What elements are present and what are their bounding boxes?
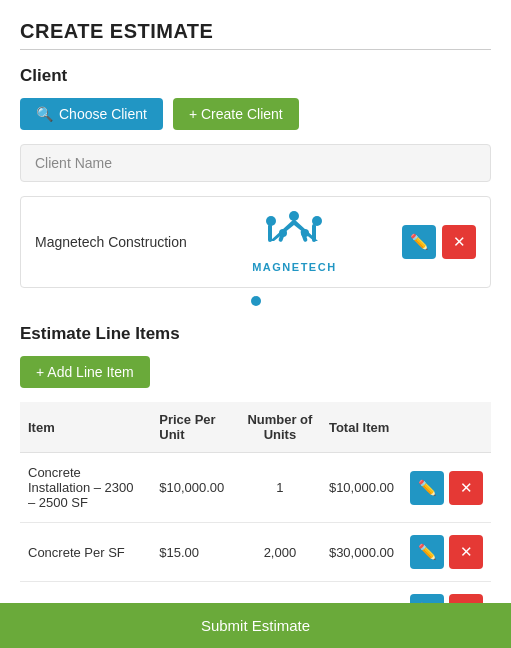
carousel-dot bbox=[251, 296, 261, 306]
submit-estimate-button[interactable]: Submit Estimate bbox=[14, 617, 497, 634]
add-line-item-label: + Add Line Item bbox=[36, 364, 134, 380]
create-client-label: + Create Client bbox=[189, 106, 283, 122]
line-items-section: Estimate Line Items + Add Line Item Item… bbox=[20, 324, 491, 641]
col-actions bbox=[402, 402, 491, 453]
col-number-of-units: Number of Units bbox=[239, 402, 321, 453]
edit-line-item-button[interactable]: ✏️ bbox=[410, 535, 444, 569]
line-items-title: Estimate Line Items bbox=[20, 324, 491, 344]
cell-units: 2,000 bbox=[239, 523, 321, 582]
edit-client-button[interactable]: ✏️ bbox=[402, 225, 436, 259]
cell-total: $10,000.00 bbox=[321, 453, 402, 523]
submit-bar: Submit Estimate bbox=[0, 603, 511, 648]
cell-item: Concrete Installation – 2300 – 2500 SF bbox=[20, 453, 151, 523]
client-section-title: Client bbox=[20, 66, 491, 86]
cell-item: Concrete Per SF bbox=[20, 523, 151, 582]
x-icon: ✕ bbox=[453, 233, 466, 251]
choose-client-button[interactable]: 🔍 Choose Client bbox=[20, 98, 163, 130]
pencil-icon: ✏️ bbox=[418, 479, 437, 497]
table-row: Concrete Per SF $15.00 2,000 $30,000.00 … bbox=[20, 523, 491, 582]
client-section: Client 🔍 Choose Client + Create Client C… bbox=[20, 66, 491, 306]
magnetech-logo-svg bbox=[259, 211, 329, 259]
cell-units: 1 bbox=[239, 453, 321, 523]
client-card-actions: ✏️ ✕ bbox=[402, 225, 476, 259]
table-row: Concrete Installation – 2300 – 2500 SF $… bbox=[20, 453, 491, 523]
pencil-icon: ✏️ bbox=[418, 543, 437, 561]
page-title: CREATE ESTIMATE bbox=[20, 20, 491, 43]
search-icon: 🔍 bbox=[36, 106, 53, 122]
x-icon: ✕ bbox=[460, 543, 473, 561]
client-name-placeholder: Client Name bbox=[20, 144, 491, 182]
cell-price: $15.00 bbox=[151, 523, 239, 582]
client-card: Magnetech Construction bbox=[20, 196, 491, 288]
svg-marker-9 bbox=[270, 219, 318, 241]
cell-actions: ✏️ ✕ bbox=[402, 453, 491, 523]
col-total-item: Total Item bbox=[321, 402, 402, 453]
add-line-item-button[interactable]: + Add Line Item bbox=[20, 356, 150, 388]
pencil-icon: ✏️ bbox=[410, 233, 429, 251]
client-logo: MAGNETECH bbox=[252, 211, 336, 273]
logo-text: MAGNETECH bbox=[252, 261, 336, 273]
choose-client-label: Choose Client bbox=[59, 106, 147, 122]
remove-client-button[interactable]: ✕ bbox=[442, 225, 476, 259]
edit-line-item-button[interactable]: ✏️ bbox=[410, 471, 444, 505]
cell-price: $10,000.00 bbox=[151, 453, 239, 523]
client-name: Magnetech Construction bbox=[35, 234, 187, 250]
col-item: Item bbox=[20, 402, 151, 453]
title-divider bbox=[20, 49, 491, 50]
table-header-row: Item Price Per Unit Number of Units Tota… bbox=[20, 402, 491, 453]
svg-rect-5 bbox=[268, 224, 272, 242]
col-price-per-unit: Price Per Unit bbox=[151, 402, 239, 453]
create-client-button[interactable]: + Create Client bbox=[173, 98, 299, 130]
remove-line-item-button[interactable]: ✕ bbox=[449, 471, 483, 505]
remove-line-item-button[interactable]: ✕ bbox=[449, 535, 483, 569]
cell-actions: ✏️ ✕ bbox=[402, 523, 491, 582]
x-icon: ✕ bbox=[460, 479, 473, 497]
cell-total: $30,000.00 bbox=[321, 523, 402, 582]
